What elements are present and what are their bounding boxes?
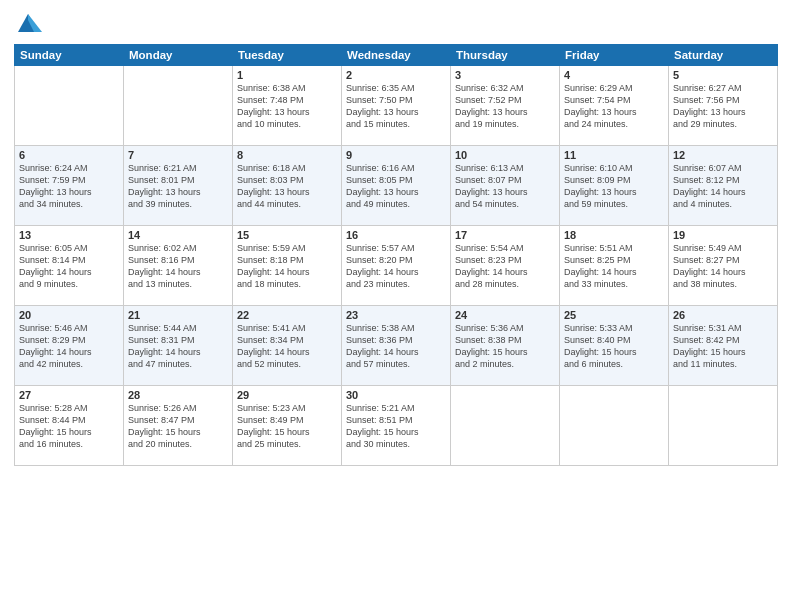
day-info: Sunrise: 5:54 AM Sunset: 8:23 PM Dayligh… xyxy=(455,242,555,291)
day-number: 4 xyxy=(564,69,664,81)
day-number: 3 xyxy=(455,69,555,81)
header xyxy=(14,10,778,38)
header-row: SundayMondayTuesdayWednesdayThursdayFrid… xyxy=(15,45,778,66)
day-cell: 8Sunrise: 6:18 AM Sunset: 8:03 PM Daylig… xyxy=(233,146,342,226)
day-cell: 18Sunrise: 5:51 AM Sunset: 8:25 PM Dayli… xyxy=(560,226,669,306)
day-info: Sunrise: 5:31 AM Sunset: 8:42 PM Dayligh… xyxy=(673,322,773,371)
day-cell: 19Sunrise: 5:49 AM Sunset: 8:27 PM Dayli… xyxy=(669,226,778,306)
day-number: 25 xyxy=(564,309,664,321)
day-number: 11 xyxy=(564,149,664,161)
day-info: Sunrise: 5:23 AM Sunset: 8:49 PM Dayligh… xyxy=(237,402,337,451)
day-number: 15 xyxy=(237,229,337,241)
day-cell xyxy=(669,386,778,466)
day-cell: 9Sunrise: 6:16 AM Sunset: 8:05 PM Daylig… xyxy=(342,146,451,226)
day-number: 14 xyxy=(128,229,228,241)
day-number: 12 xyxy=(673,149,773,161)
day-number: 16 xyxy=(346,229,446,241)
day-info: Sunrise: 5:36 AM Sunset: 8:38 PM Dayligh… xyxy=(455,322,555,371)
day-cell xyxy=(124,66,233,146)
day-number: 9 xyxy=(346,149,446,161)
day-info: Sunrise: 5:33 AM Sunset: 8:40 PM Dayligh… xyxy=(564,322,664,371)
day-number: 28 xyxy=(128,389,228,401)
day-number: 19 xyxy=(673,229,773,241)
day-info: Sunrise: 6:21 AM Sunset: 8:01 PM Dayligh… xyxy=(128,162,228,211)
day-info: Sunrise: 6:05 AM Sunset: 8:14 PM Dayligh… xyxy=(19,242,119,291)
day-number: 27 xyxy=(19,389,119,401)
col-header-sunday: Sunday xyxy=(15,45,124,66)
day-info: Sunrise: 6:16 AM Sunset: 8:05 PM Dayligh… xyxy=(346,162,446,211)
col-header-friday: Friday xyxy=(560,45,669,66)
day-number: 23 xyxy=(346,309,446,321)
week-row-5: 27Sunrise: 5:28 AM Sunset: 8:44 PM Dayli… xyxy=(15,386,778,466)
day-cell: 11Sunrise: 6:10 AM Sunset: 8:09 PM Dayli… xyxy=(560,146,669,226)
day-info: Sunrise: 5:38 AM Sunset: 8:36 PM Dayligh… xyxy=(346,322,446,371)
day-info: Sunrise: 6:29 AM Sunset: 7:54 PM Dayligh… xyxy=(564,82,664,131)
day-info: Sunrise: 6:27 AM Sunset: 7:56 PM Dayligh… xyxy=(673,82,773,131)
day-number: 30 xyxy=(346,389,446,401)
day-number: 5 xyxy=(673,69,773,81)
day-info: Sunrise: 5:46 AM Sunset: 8:29 PM Dayligh… xyxy=(19,322,119,371)
logo-icon xyxy=(14,10,42,38)
day-number: 2 xyxy=(346,69,446,81)
day-info: Sunrise: 5:59 AM Sunset: 8:18 PM Dayligh… xyxy=(237,242,337,291)
day-number: 24 xyxy=(455,309,555,321)
day-cell: 25Sunrise: 5:33 AM Sunset: 8:40 PM Dayli… xyxy=(560,306,669,386)
day-info: Sunrise: 6:35 AM Sunset: 7:50 PM Dayligh… xyxy=(346,82,446,131)
col-header-saturday: Saturday xyxy=(669,45,778,66)
day-cell: 17Sunrise: 5:54 AM Sunset: 8:23 PM Dayli… xyxy=(451,226,560,306)
col-header-tuesday: Tuesday xyxy=(233,45,342,66)
day-cell: 29Sunrise: 5:23 AM Sunset: 8:49 PM Dayli… xyxy=(233,386,342,466)
day-cell xyxy=(15,66,124,146)
col-header-thursday: Thursday xyxy=(451,45,560,66)
day-cell: 28Sunrise: 5:26 AM Sunset: 8:47 PM Dayli… xyxy=(124,386,233,466)
day-number: 8 xyxy=(237,149,337,161)
day-info: Sunrise: 6:02 AM Sunset: 8:16 PM Dayligh… xyxy=(128,242,228,291)
day-info: Sunrise: 6:13 AM Sunset: 8:07 PM Dayligh… xyxy=(455,162,555,211)
day-info: Sunrise: 5:26 AM Sunset: 8:47 PM Dayligh… xyxy=(128,402,228,451)
day-info: Sunrise: 5:28 AM Sunset: 8:44 PM Dayligh… xyxy=(19,402,119,451)
day-cell: 3Sunrise: 6:32 AM Sunset: 7:52 PM Daylig… xyxy=(451,66,560,146)
day-number: 10 xyxy=(455,149,555,161)
day-cell: 10Sunrise: 6:13 AM Sunset: 8:07 PM Dayli… xyxy=(451,146,560,226)
day-info: Sunrise: 6:07 AM Sunset: 8:12 PM Dayligh… xyxy=(673,162,773,211)
day-info: Sunrise: 5:51 AM Sunset: 8:25 PM Dayligh… xyxy=(564,242,664,291)
day-cell: 22Sunrise: 5:41 AM Sunset: 8:34 PM Dayli… xyxy=(233,306,342,386)
calendar-table: SundayMondayTuesdayWednesdayThursdayFrid… xyxy=(14,44,778,466)
day-number: 6 xyxy=(19,149,119,161)
day-info: Sunrise: 5:57 AM Sunset: 8:20 PM Dayligh… xyxy=(346,242,446,291)
day-info: Sunrise: 5:49 AM Sunset: 8:27 PM Dayligh… xyxy=(673,242,773,291)
day-cell: 12Sunrise: 6:07 AM Sunset: 8:12 PM Dayli… xyxy=(669,146,778,226)
day-cell: 20Sunrise: 5:46 AM Sunset: 8:29 PM Dayli… xyxy=(15,306,124,386)
day-number: 17 xyxy=(455,229,555,241)
day-info: Sunrise: 6:24 AM Sunset: 7:59 PM Dayligh… xyxy=(19,162,119,211)
logo xyxy=(14,10,46,38)
day-cell: 6Sunrise: 6:24 AM Sunset: 7:59 PM Daylig… xyxy=(15,146,124,226)
week-row-1: 1Sunrise: 6:38 AM Sunset: 7:48 PM Daylig… xyxy=(15,66,778,146)
day-info: Sunrise: 5:41 AM Sunset: 8:34 PM Dayligh… xyxy=(237,322,337,371)
day-cell: 24Sunrise: 5:36 AM Sunset: 8:38 PM Dayli… xyxy=(451,306,560,386)
day-cell: 1Sunrise: 6:38 AM Sunset: 7:48 PM Daylig… xyxy=(233,66,342,146)
day-info: Sunrise: 5:21 AM Sunset: 8:51 PM Dayligh… xyxy=(346,402,446,451)
day-cell: 7Sunrise: 6:21 AM Sunset: 8:01 PM Daylig… xyxy=(124,146,233,226)
day-number: 18 xyxy=(564,229,664,241)
page: SundayMondayTuesdayWednesdayThursdayFrid… xyxy=(0,0,792,612)
day-info: Sunrise: 6:32 AM Sunset: 7:52 PM Dayligh… xyxy=(455,82,555,131)
day-number: 20 xyxy=(19,309,119,321)
day-number: 7 xyxy=(128,149,228,161)
day-number: 26 xyxy=(673,309,773,321)
day-cell: 5Sunrise: 6:27 AM Sunset: 7:56 PM Daylig… xyxy=(669,66,778,146)
day-cell: 13Sunrise: 6:05 AM Sunset: 8:14 PM Dayli… xyxy=(15,226,124,306)
day-info: Sunrise: 6:18 AM Sunset: 8:03 PM Dayligh… xyxy=(237,162,337,211)
day-cell xyxy=(451,386,560,466)
day-cell: 27Sunrise: 5:28 AM Sunset: 8:44 PM Dayli… xyxy=(15,386,124,466)
day-cell: 2Sunrise: 6:35 AM Sunset: 7:50 PM Daylig… xyxy=(342,66,451,146)
week-row-3: 13Sunrise: 6:05 AM Sunset: 8:14 PM Dayli… xyxy=(15,226,778,306)
day-cell: 15Sunrise: 5:59 AM Sunset: 8:18 PM Dayli… xyxy=(233,226,342,306)
day-number: 21 xyxy=(128,309,228,321)
day-number: 13 xyxy=(19,229,119,241)
week-row-4: 20Sunrise: 5:46 AM Sunset: 8:29 PM Dayli… xyxy=(15,306,778,386)
day-cell: 16Sunrise: 5:57 AM Sunset: 8:20 PM Dayli… xyxy=(342,226,451,306)
day-cell: 4Sunrise: 6:29 AM Sunset: 7:54 PM Daylig… xyxy=(560,66,669,146)
day-cell xyxy=(560,386,669,466)
col-header-monday: Monday xyxy=(124,45,233,66)
